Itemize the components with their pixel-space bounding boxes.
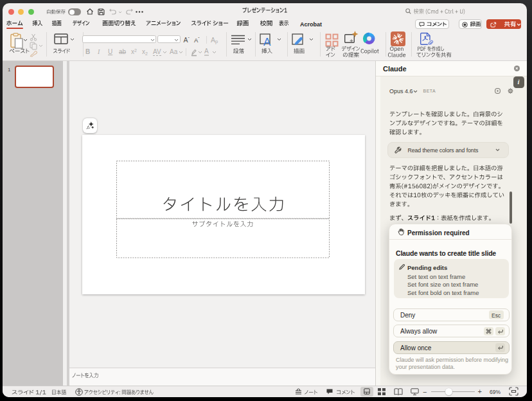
svg-text:A: A bbox=[263, 36, 271, 48]
